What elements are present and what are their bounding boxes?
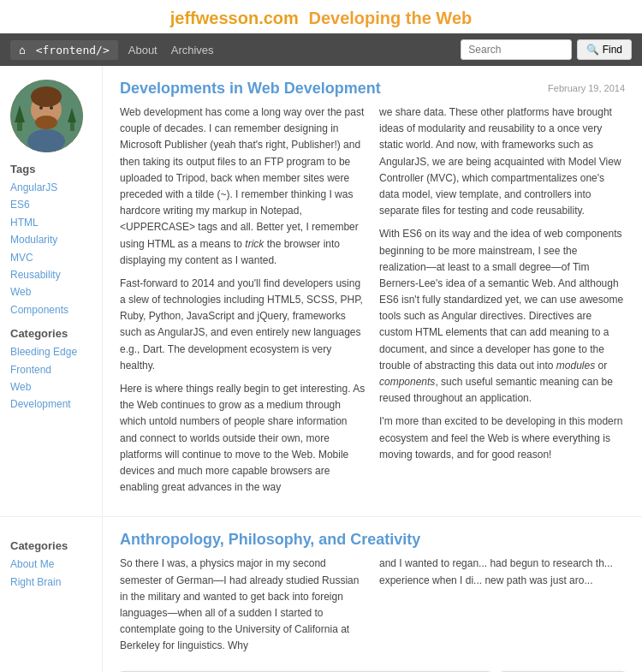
content-area: Developments in Web Development February…: [103, 66, 642, 516]
second-section: Categories About Me Right Brain Anthropo…: [0, 516, 642, 672]
find-button[interactable]: 🔍 Find: [577, 39, 632, 60]
navbar-links: About Archives: [128, 44, 214, 56]
article1-body: Web development has come a long way over…: [120, 104, 625, 503]
cat-frontend[interactable]: Frontend: [10, 361, 92, 378]
sidebar-cats: Bleeding Edge Frontend Web Development: [10, 343, 92, 413]
second-article-content: Anthropology, Philosophy, and Creativity…: [103, 517, 642, 672]
cat2-about-me[interactable]: About Me: [10, 556, 92, 573]
categories-title: Categories: [10, 327, 92, 340]
article1-header: Developments in Web Development February…: [120, 80, 625, 98]
tag-html[interactable]: HTML: [10, 214, 92, 231]
site-name: jeffwesson.com: [170, 9, 299, 27]
about-link[interactable]: About: [128, 44, 158, 56]
svg-point-6: [27, 129, 65, 152]
article2-left: So there I was, a physics major in my se…: [120, 556, 366, 661]
article2-title[interactable]: Anthropology, Philosophy, and Creativity: [120, 531, 420, 549]
article1-title[interactable]: Developments in Web Development: [120, 80, 381, 98]
tags-title: Tags: [10, 163, 92, 175]
navbar: ⌂ <frontend/> About Archives 🔍 Find: [0, 33, 642, 66]
tag-reusability[interactable]: Reusability: [10, 266, 92, 283]
tag-mvc[interactable]: MVC: [10, 249, 92, 266]
article1-p5: With ES6 on its way and the idea of web …: [379, 226, 625, 407]
archives-link[interactable]: Archives: [171, 44, 214, 56]
main-container: Tags AngularJS ES6 HTML Modularity MVC R…: [0, 66, 642, 516]
second-categories-title: Categories: [10, 539, 92, 552]
article1-p4: we share data. These other platforms hav…: [379, 104, 625, 219]
tag-modularity[interactable]: Modularity: [10, 231, 92, 248]
tag-web-components[interactable]: Web Components: [10, 283, 92, 318]
cat-bleeding-edge[interactable]: Bleeding Edge: [10, 343, 92, 360]
article1-right: we share data. These other platforms hav…: [379, 104, 625, 503]
article1-p2: Fast-forward to 2014 and you'll find dev…: [120, 276, 366, 374]
navbar-search: 🔍 Find: [461, 39, 632, 60]
sidebar: Tags AngularJS ES6 HTML Modularity MVC R…: [0, 66, 103, 516]
second-sidebar: Categories About Me Right Brain: [0, 517, 103, 672]
site-header: jeffwesson.com Developing the Web: [0, 0, 642, 33]
navbar-brand[interactable]: ⌂ <frontend/>: [10, 40, 118, 60]
article1-p6: I'm more than excited to be developing i…: [379, 413, 625, 463]
svg-point-5: [50, 106, 53, 110]
search-input[interactable]: [461, 39, 572, 60]
article2-right: and I wanted to regan... had begun to re…: [379, 556, 625, 661]
tag-es6[interactable]: ES6: [10, 196, 92, 213]
cat-web-development[interactable]: Web Development: [10, 378, 92, 413]
article1-two-col: Web development has come a long way over…: [120, 104, 625, 503]
article2-p2: and I wanted to regan... had begun to re…: [379, 556, 625, 588]
svg-point-3: [35, 116, 57, 129]
article2-p1: So there I was, a physics major in my se…: [120, 556, 366, 654]
article1-p1: Web development has come a long way over…: [120, 104, 366, 269]
article1-left: Web development has come a long way over…: [120, 104, 366, 503]
cat2-right-brain[interactable]: Right Brain: [10, 574, 92, 591]
article1: Developments in Web Development February…: [120, 80, 625, 503]
svg-point-4: [39, 106, 43, 110]
home-icon: ⌂: [19, 44, 26, 56]
tag-angularjs[interactable]: AngularJS: [10, 179, 92, 196]
article1-p3: Here is where things really begin to get…: [120, 381, 366, 496]
svg-point-2: [31, 86, 62, 107]
article2-body: So there I was, a physics major in my se…: [120, 556, 625, 672]
article1-date: February 19, 2014: [548, 83, 625, 93]
second-sidebar-cats: About Me Right Brain: [10, 556, 92, 591]
avatar: [10, 80, 83, 152]
brand-label: <frontend/>: [36, 44, 110, 56]
categories-section: Categories Bleeding Edge Frontend Web De…: [10, 327, 92, 413]
article2-two-col: So there I was, a physics major in my se…: [120, 556, 625, 661]
avatar-image: [10, 80, 83, 152]
sidebar-tags: AngularJS ES6 HTML Modularity MVC Reusab…: [10, 179, 92, 318]
tags-section: Tags AngularJS ES6 HTML Modularity MVC R…: [10, 163, 92, 318]
site-tagline: Developing the Web: [308, 9, 472, 27]
article2-header: Anthropology, Philosophy, and Creativity: [120, 531, 625, 549]
second-section-inner: Categories About Me Right Brain Anthropo…: [0, 517, 642, 672]
